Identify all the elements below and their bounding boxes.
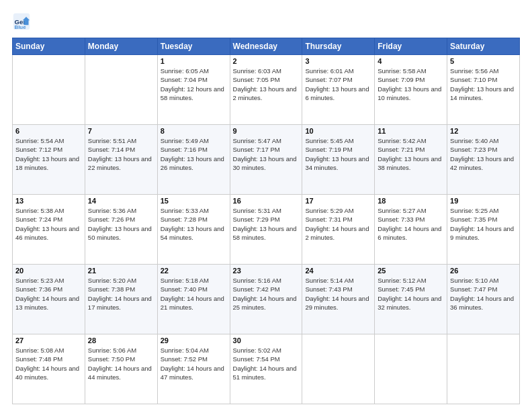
day-number: 1 [161,57,227,65]
day-info: Sunrise: 5:56 AMSunset: 7:10 PMDaylight:… [450,66,517,102]
day-number: 26 [450,267,517,275]
day-number: 9 [233,127,300,135]
calendar-cell [85,55,157,125]
day-number: 28 [88,336,154,345]
day-number: 19 [450,197,517,205]
calendar-cell [302,334,375,404]
calendar-cell: 30Sunrise: 5:02 AMSunset: 7:54 PMDayligh… [230,334,302,404]
day-info: Sunrise: 5:12 AMSunset: 7:45 PMDaylight:… [378,276,444,312]
day-info: Sunrise: 5:08 AMSunset: 7:48 PMDaylight:… [15,346,82,381]
calendar-cell: 12Sunrise: 5:40 AMSunset: 7:23 PMDayligh… [447,125,520,195]
calendar-cell: 29Sunrise: 5:04 AMSunset: 7:52 PMDayligh… [157,334,230,404]
calendar-week-2: 6Sunrise: 5:54 AMSunset: 7:12 PMDaylight… [13,125,520,195]
calendar-week-3: 13Sunrise: 5:38 AMSunset: 7:24 PMDayligh… [13,195,520,265]
header: Gen Blue [12,12,520,31]
calendar-cell: 27Sunrise: 5:08 AMSunset: 7:48 PMDayligh… [13,334,85,404]
day-info: Sunrise: 5:02 AMSunset: 7:54 PMDaylight:… [233,346,300,381]
day-info: Sunrise: 5:47 AMSunset: 7:17 PMDaylight:… [233,136,300,172]
calendar-week-4: 20Sunrise: 5:23 AMSunset: 7:36 PMDayligh… [13,265,520,334]
calendar-cell: 20Sunrise: 5:23 AMSunset: 7:36 PMDayligh… [13,265,85,334]
calendar-cell: 10Sunrise: 5:45 AMSunset: 7:19 PMDayligh… [302,125,375,195]
calendar-cell: 3Sunrise: 6:01 AMSunset: 7:07 PMDaylight… [302,55,375,125]
calendar-cell: 8Sunrise: 5:49 AMSunset: 7:16 PMDaylight… [157,125,230,195]
calendar-cell: 19Sunrise: 5:25 AMSunset: 7:35 PMDayligh… [447,195,520,265]
day-info: Sunrise: 5:51 AMSunset: 7:14 PMDaylight:… [88,136,154,172]
day-number: 17 [305,197,371,205]
day-info: Sunrise: 5:20 AMSunset: 7:38 PMDaylight:… [88,276,154,312]
calendar-cell: 16Sunrise: 5:31 AMSunset: 7:29 PMDayligh… [230,195,302,265]
calendar-cell: 15Sunrise: 5:33 AMSunset: 7:28 PMDayligh… [157,195,230,265]
day-number: 27 [15,336,82,345]
logo: Gen Blue [12,12,34,31]
calendar-header-tuesday: Tuesday [157,38,230,55]
calendar-cell: 18Sunrise: 5:27 AMSunset: 7:33 PMDayligh… [375,195,447,265]
day-number: 4 [378,57,444,65]
calendar-header-friday: Friday [375,38,447,55]
day-info: Sunrise: 5:25 AMSunset: 7:35 PMDaylight:… [450,206,517,242]
day-number: 14 [88,197,154,205]
day-info: Sunrise: 5:18 AMSunset: 7:40 PMDaylight:… [161,276,227,312]
day-number: 13 [15,197,82,205]
day-number: 22 [161,267,227,275]
day-info: Sunrise: 5:38 AMSunset: 7:24 PMDaylight:… [15,206,82,242]
calendar-cell: 17Sunrise: 5:29 AMSunset: 7:31 PMDayligh… [302,195,375,265]
day-number: 6 [15,127,82,135]
day-number: 21 [88,267,154,275]
day-number: 3 [305,57,371,65]
day-number: 11 [378,127,444,135]
day-number: 15 [161,197,227,205]
svg-text:Blue: Blue [15,24,27,30]
day-info: Sunrise: 5:40 AMSunset: 7:23 PMDaylight:… [450,136,517,172]
day-number: 12 [450,127,517,135]
calendar-cell: 1Sunrise: 6:05 AMSunset: 7:04 PMDaylight… [157,55,230,125]
calendar-week-1: 1Sunrise: 6:05 AMSunset: 7:04 PMDaylight… [13,55,520,125]
day-info: Sunrise: 5:49 AMSunset: 7:16 PMDaylight:… [161,136,227,172]
calendar-cell: 14Sunrise: 5:36 AMSunset: 7:26 PMDayligh… [85,195,157,265]
calendar-cell: 9Sunrise: 5:47 AMSunset: 7:17 PMDaylight… [230,125,302,195]
calendar-cell: 11Sunrise: 5:42 AMSunset: 7:21 PMDayligh… [375,125,447,195]
day-number: 23 [233,267,300,275]
calendar-cell: 25Sunrise: 5:12 AMSunset: 7:45 PMDayligh… [375,265,447,334]
calendar-header-thursday: Thursday [302,38,375,55]
day-number: 24 [305,267,371,275]
day-number: 16 [233,197,300,205]
day-info: Sunrise: 5:29 AMSunset: 7:31 PMDaylight:… [305,206,371,242]
day-number: 25 [378,267,444,275]
calendar-header-wednesday: Wednesday [230,38,302,55]
day-info: Sunrise: 5:14 AMSunset: 7:43 PMDaylight:… [305,276,371,312]
page: Gen Blue SundayMondayTuesdayWednesdayThu… [0,0,532,411]
day-number: 5 [450,57,517,65]
day-info: Sunrise: 6:01 AMSunset: 7:07 PMDaylight:… [305,66,371,102]
day-info: Sunrise: 6:05 AMSunset: 7:04 PMDaylight:… [161,66,227,102]
day-info: Sunrise: 6:03 AMSunset: 7:05 PMDaylight:… [233,66,300,102]
calendar-header-saturday: Saturday [447,38,520,55]
calendar-cell: 23Sunrise: 5:16 AMSunset: 7:42 PMDayligh… [230,265,302,334]
calendar-header-row: SundayMondayTuesdayWednesdayThursdayFrid… [13,38,520,55]
calendar-cell: 21Sunrise: 5:20 AMSunset: 7:38 PMDayligh… [85,265,157,334]
day-number: 18 [378,197,444,205]
day-info: Sunrise: 5:10 AMSunset: 7:47 PMDaylight:… [450,276,517,312]
calendar-cell: 6Sunrise: 5:54 AMSunset: 7:12 PMDaylight… [13,125,85,195]
calendar-cell: 24Sunrise: 5:14 AMSunset: 7:43 PMDayligh… [302,265,375,334]
day-number: 10 [305,127,371,135]
calendar-cell: 5Sunrise: 5:56 AMSunset: 7:10 PMDaylight… [447,55,520,125]
calendar-cell: 26Sunrise: 5:10 AMSunset: 7:47 PMDayligh… [447,265,520,334]
day-info: Sunrise: 5:04 AMSunset: 7:52 PMDaylight:… [161,346,227,381]
day-info: Sunrise: 5:33 AMSunset: 7:28 PMDaylight:… [161,206,227,242]
calendar-cell: 28Sunrise: 5:06 AMSunset: 7:50 PMDayligh… [85,334,157,404]
day-number: 7 [88,127,154,135]
calendar-cell: 4Sunrise: 5:58 AMSunset: 7:09 PMDaylight… [375,55,447,125]
logo-icon: Gen Blue [12,12,31,31]
day-info: Sunrise: 5:54 AMSunset: 7:12 PMDaylight:… [15,136,82,172]
day-number: 8 [161,127,227,135]
day-number: 2 [233,57,300,65]
calendar-cell: 2Sunrise: 6:03 AMSunset: 7:05 PMDaylight… [230,55,302,125]
calendar-cell: 22Sunrise: 5:18 AMSunset: 7:40 PMDayligh… [157,265,230,334]
calendar-cell [13,55,85,125]
day-info: Sunrise: 5:58 AMSunset: 7:09 PMDaylight:… [378,66,444,102]
calendar-cell [375,334,447,404]
calendar-header-monday: Monday [85,38,157,55]
calendar-cell: 13Sunrise: 5:38 AMSunset: 7:24 PMDayligh… [13,195,85,265]
day-number: 30 [233,336,300,345]
day-info: Sunrise: 5:06 AMSunset: 7:50 PMDaylight:… [88,346,154,381]
